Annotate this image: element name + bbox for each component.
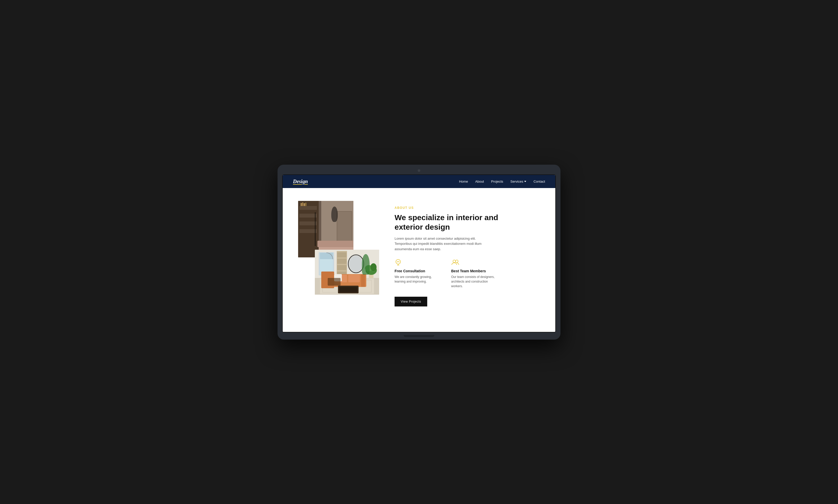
main-section: ABOUT US We specialize in interior and e… (283, 188, 555, 332)
laptop-hinge (404, 335, 434, 337)
navbar: Design Home About Projects Services Cont… (283, 175, 555, 188)
text-section: ABOUT US We specialize in interior and e… (395, 201, 540, 306)
svg-rect-42 (361, 274, 365, 287)
room-image-dark (298, 201, 354, 257)
consultation-desc: We are constantly growing, learning and … (395, 275, 441, 284)
svg-rect-45 (334, 274, 342, 281)
nav-links: Home About Projects Services Contact (459, 180, 545, 183)
svg-rect-47 (339, 287, 357, 292)
svg-point-54 (399, 262, 399, 262)
svg-rect-25 (318, 241, 354, 247)
svg-point-51 (371, 263, 377, 271)
nav-home[interactable]: Home (459, 180, 468, 183)
svg-point-53 (397, 262, 398, 262)
consultation-icon (395, 259, 441, 267)
nav-services[interactable]: Services (510, 180, 526, 183)
svg-rect-13 (301, 203, 302, 206)
laptop-frame: Design Home About Projects Services Cont… (277, 165, 561, 340)
description-text: Lorem ipsum dolor sit amet consectetur a… (395, 236, 487, 252)
laptop-base (282, 332, 556, 340)
svg-rect-12 (300, 229, 317, 233)
nav-projects[interactable]: Projects (491, 180, 503, 183)
svg-rect-41 (321, 271, 334, 288)
main-headline: We specialize in interior and exterior d… (395, 213, 540, 232)
svg-point-57 (453, 260, 456, 263)
view-projects-button[interactable]: View Projects (395, 297, 427, 306)
team-title: Best Team Members (451, 269, 497, 273)
chevron-down-icon (524, 181, 526, 182)
feature-consultation: Free Consultation We are constantly grow… (395, 259, 441, 288)
room-bright-svg (315, 250, 379, 295)
svg-rect-38 (337, 265, 346, 270)
svg-rect-9 (300, 206, 317, 210)
nav-logo[interactable]: Design (293, 179, 308, 184)
svg-point-34 (349, 256, 363, 272)
svg-rect-11 (300, 221, 317, 225)
svg-rect-10 (300, 214, 317, 218)
team-icon (451, 259, 497, 267)
svg-rect-16 (305, 203, 306, 206)
svg-rect-37 (337, 259, 346, 264)
svg-point-52 (396, 259, 400, 264)
svg-point-58 (456, 260, 458, 263)
laptop-camera (418, 169, 420, 172)
svg-rect-15 (304, 203, 305, 206)
nav-about[interactable]: About (475, 180, 484, 183)
consultation-title: Free Consultation (395, 269, 441, 273)
nav-contact[interactable]: Contact (533, 180, 545, 183)
about-label: ABOUT US (395, 206, 540, 210)
svg-rect-14 (302, 202, 303, 206)
features-row: Free Consultation We are constantly grow… (395, 259, 540, 288)
svg-rect-36 (337, 252, 346, 257)
room-dark-svg (298, 201, 354, 257)
svg-rect-44 (348, 275, 360, 282)
laptop-screen: Design Home About Projects Services Cont… (282, 175, 556, 332)
room-image-bright (315, 250, 379, 295)
feature-team: Best Team Members Our team consists of d… (451, 259, 497, 288)
images-section (298, 201, 379, 295)
team-desc: Our team consists of designers, architec… (451, 275, 497, 288)
